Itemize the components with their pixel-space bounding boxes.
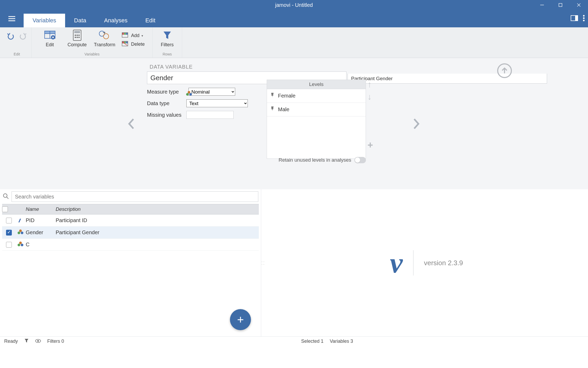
svg-rect-32 xyxy=(124,33,126,35)
variable-table-header: Name Description xyxy=(2,204,259,214)
tab-edit[interactable]: Edit xyxy=(136,14,164,27)
tab-data[interactable]: Data xyxy=(65,14,95,27)
svg-point-24 xyxy=(78,35,80,36)
ribbon-group-label-rows: Rows xyxy=(162,52,172,57)
edit-variable-button[interactable]: Edit xyxy=(39,29,60,48)
version-label: version 2.3.9 xyxy=(424,259,463,267)
svg-rect-8 xyxy=(575,16,578,21)
redo-button[interactable] xyxy=(18,33,27,42)
side-panel-button[interactable] xyxy=(571,15,578,22)
pin-icon xyxy=(271,106,274,113)
collapse-editor-button[interactable] xyxy=(497,63,512,78)
splitter-handle[interactable]: ⋮⋮ xyxy=(261,189,265,336)
level-item[interactable]: Male xyxy=(267,103,366,116)
window-controls xyxy=(533,0,588,10)
add-variable-fab[interactable]: + xyxy=(230,309,251,330)
status-filters: Filters 0 xyxy=(47,339,64,344)
variable-editor-header: DATA VARIABLE xyxy=(147,64,547,70)
column-header-name: Name xyxy=(26,206,56,212)
svg-rect-17 xyxy=(50,31,55,33)
svg-point-25 xyxy=(75,37,76,38)
nominal-type-icon xyxy=(16,230,26,235)
variable-description-input[interactable] xyxy=(348,74,547,84)
delete-variable-button[interactable]: Delete xyxy=(122,41,145,48)
chevron-down-icon: ▾ xyxy=(141,34,143,38)
row-checkbox[interactable] xyxy=(6,218,12,223)
row-checkbox[interactable] xyxy=(6,242,12,248)
undo-button[interactable] xyxy=(6,33,15,42)
svg-marker-39 xyxy=(164,32,171,39)
prev-variable-button[interactable] xyxy=(121,58,142,189)
id-type-icon xyxy=(16,218,26,223)
results-panel: v version 2.3.9 xyxy=(265,189,588,336)
visibility-icon[interactable] xyxy=(35,339,41,344)
levels-list: Female Male xyxy=(267,89,366,159)
calculator-icon xyxy=(72,29,82,41)
search-input[interactable] xyxy=(12,191,258,202)
statusbar: Ready Filters 0 Selected 1 Variables 3 xyxy=(0,336,588,346)
levels-reorder-arrows: ↑ ↓ xyxy=(368,80,372,102)
missing-values-input[interactable] xyxy=(186,111,234,119)
missing-values-label: Missing values xyxy=(147,112,186,118)
transform-variable-button[interactable]: Transform xyxy=(94,29,115,48)
tab-analyses[interactable]: Analyses xyxy=(95,14,136,27)
row-name: PID xyxy=(26,217,56,223)
main-menu-button[interactable] xyxy=(0,10,24,27)
row-name: C xyxy=(26,242,56,248)
svg-point-45 xyxy=(37,340,39,342)
table-row[interactable]: Gender Participant Gender xyxy=(2,227,259,239)
grip-icon: ⋮⋮ xyxy=(261,260,265,265)
filter-icon xyxy=(162,29,172,41)
level-move-down-button[interactable]: ↓ xyxy=(368,92,372,102)
level-label: Female xyxy=(278,93,296,99)
close-button[interactable] xyxy=(570,0,588,10)
svg-rect-31 xyxy=(122,33,124,35)
svg-rect-21 xyxy=(74,31,80,33)
compute-variable-button[interactable]: Compute xyxy=(67,29,88,48)
svg-rect-37 xyxy=(126,42,128,43)
filters-button[interactable]: Filters xyxy=(157,29,178,48)
window-title: jamovi - Untitled xyxy=(275,2,313,8)
variable-editor-panel: DATA VARIABLE Measure type Nominal Data … xyxy=(0,58,588,189)
status-ready: Ready xyxy=(4,339,18,344)
table-delete-icon xyxy=(122,41,129,48)
next-variable-button[interactable] xyxy=(406,58,427,189)
row-checkbox[interactable] xyxy=(6,230,12,236)
level-item[interactable]: Female xyxy=(267,89,366,103)
svg-point-27 xyxy=(78,37,80,38)
kebab-menu-button[interactable] xyxy=(583,14,585,23)
svg-line-42 xyxy=(7,197,8,199)
row-description: Participant Gender xyxy=(56,229,99,236)
pin-icon xyxy=(271,93,274,99)
svg-point-11 xyxy=(583,17,585,19)
measure-type-select[interactable]: Nominal xyxy=(188,88,235,96)
level-add-button[interactable]: + xyxy=(368,140,373,151)
data-type-select[interactable]: Text xyxy=(186,99,248,107)
retain-levels-toggle[interactable] xyxy=(354,157,366,163)
svg-point-22 xyxy=(75,35,76,36)
table-row[interactable]: PID Participant ID xyxy=(2,214,259,227)
tab-variables[interactable]: Variables xyxy=(24,14,65,27)
select-all-checkbox[interactable] xyxy=(2,206,8,212)
spreadsheet-gear-icon xyxy=(44,29,56,41)
menubar: Variables Data Analyses Edit xyxy=(0,10,588,27)
data-type-label: Data type xyxy=(147,100,186,106)
levels-header: Levels xyxy=(267,80,366,89)
add-variable-button[interactable]: Add ▾ xyxy=(122,32,145,39)
table-row[interactable]: C xyxy=(2,239,259,251)
ribbon-group-edit: Edit xyxy=(2,27,32,58)
minimize-button[interactable] xyxy=(533,0,551,10)
ribbon-group-variables: Edit Compute Transform Add ▾ Delete xyxy=(32,27,153,58)
svg-point-29 xyxy=(103,34,109,39)
ribbon-group-label-variables: Variables xyxy=(85,52,99,57)
filter-status-icon[interactable] xyxy=(24,338,29,344)
ribbon: Edit Edit Compute Transform Add ▾ xyxy=(0,27,588,58)
level-label: Male xyxy=(278,106,289,113)
status-selected: Selected 1 xyxy=(301,339,323,344)
menubar-right xyxy=(571,10,585,27)
retain-levels-label: Retain unused levels in analyses xyxy=(279,157,351,163)
svg-marker-43 xyxy=(25,339,28,343)
level-move-up-button[interactable]: ↑ xyxy=(368,80,372,89)
maximize-button[interactable] xyxy=(551,0,570,10)
svg-marker-9 xyxy=(573,17,574,19)
